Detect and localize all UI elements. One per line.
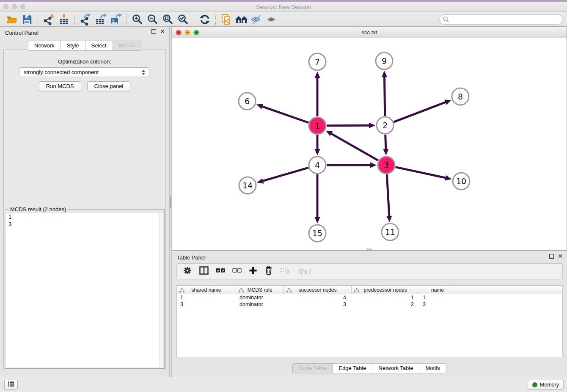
graph-edge-2-9[interactable] xyxy=(384,76,385,116)
delete-columns-button[interactable] xyxy=(264,266,273,277)
mcds-result-item: 3 xyxy=(6,221,163,228)
table-cell: 2 xyxy=(352,301,419,308)
show-columns-button[interactable] xyxy=(199,266,209,276)
graph-edge-2-8[interactable] xyxy=(394,102,447,122)
apply-layout-button[interactable] xyxy=(197,13,212,26)
table-tab-network-table[interactable]: Network Table xyxy=(372,363,419,373)
close-panel-icon[interactable]: ✕ xyxy=(160,29,165,34)
memory-button[interactable]: Memory xyxy=(528,380,564,390)
close-table-panel-icon[interactable]: ✕ xyxy=(558,254,563,259)
graph-node-7[interactable]: 7 xyxy=(309,53,326,70)
create-column-button[interactable] xyxy=(249,266,257,276)
export-network-button[interactable] xyxy=(78,13,93,26)
table-cell: 3 xyxy=(284,301,352,308)
hide-graphics-button[interactable] xyxy=(249,13,264,26)
table-tab-motifs[interactable]: Motifs xyxy=(419,363,446,373)
graph-node-9[interactable]: 9 xyxy=(376,52,393,69)
run-mcds-button[interactable]: Run MCDS xyxy=(39,81,81,91)
zoom-fit-button[interactable] xyxy=(160,13,176,26)
float-table-panel-icon[interactable] xyxy=(549,254,554,259)
graph-node-4[interactable]: 4 xyxy=(309,157,326,174)
tab-style[interactable]: Style xyxy=(61,41,85,51)
graph-node-2[interactable]: 2 xyxy=(377,117,394,134)
network-overview-button[interactable] xyxy=(234,13,249,26)
column-header-predecessor-nodes[interactable]: predecessor nodes xyxy=(352,286,419,294)
mcds-result-title: MCDS result (2 nodes) xyxy=(8,206,68,213)
graph-node-3[interactable]: 3 xyxy=(378,157,395,174)
graph-node-6[interactable]: 6 xyxy=(239,93,256,110)
zoom-out-button[interactable] xyxy=(145,13,160,26)
optimization-criterion-dropdown[interactable]: strongly connected component xyxy=(19,67,149,77)
show-graphics-button[interactable] xyxy=(264,13,280,26)
graph-edge-3-11[interactable] xyxy=(387,174,389,217)
float-panel-icon[interactable] xyxy=(151,29,156,34)
graph-edge-1-6[interactable] xyxy=(261,106,308,123)
table-tab-edge-table[interactable]: Edge Table xyxy=(332,363,372,373)
graph-arrowhead xyxy=(383,149,388,155)
main-toolbar xyxy=(0,12,567,27)
task-history-button[interactable] xyxy=(4,380,18,390)
graph-node-8[interactable]: 8 xyxy=(452,88,469,105)
column-label: successor nodes xyxy=(298,287,336,293)
column-header-shared-name[interactable]: shared name xyxy=(177,286,236,294)
column-label: predecessor nodes xyxy=(363,287,407,293)
select-all-columns-button[interactable] xyxy=(216,268,225,275)
table-settings-button[interactable] xyxy=(183,266,192,277)
graph-node-1[interactable]: 1 xyxy=(309,117,326,134)
result-scrollbar[interactable] xyxy=(159,213,163,367)
zoom-selected-button[interactable] xyxy=(176,13,191,26)
houses-icon xyxy=(235,13,248,26)
clone-network-button[interactable] xyxy=(219,13,234,26)
graph-node-11[interactable]: 11 xyxy=(382,224,399,240)
export-image-button[interactable] xyxy=(108,13,124,26)
column-header-name[interactable]: name xyxy=(419,286,456,294)
network-window-title: scc.txt xyxy=(172,29,567,36)
graph-edge-2-3[interactable] xyxy=(385,135,386,150)
tab-select[interactable]: Select xyxy=(85,41,113,51)
export-table-button[interactable] xyxy=(93,13,108,26)
trash-icon xyxy=(264,266,273,277)
network-canvas[interactable]: 1234678910111415 xyxy=(172,38,567,250)
column-type-icon xyxy=(239,288,244,294)
graph-node-label: 14 xyxy=(242,181,253,190)
save-session-button[interactable] xyxy=(19,13,35,26)
graph-node-14[interactable]: 14 xyxy=(239,177,256,194)
search-input[interactable] xyxy=(439,14,563,25)
column-label: name xyxy=(431,287,444,293)
graph-edge-1-2[interactable] xyxy=(327,125,370,126)
graph-node-15[interactable]: 15 xyxy=(309,225,326,242)
graph-arrowhead xyxy=(315,72,320,78)
unselect-all-columns-button[interactable] xyxy=(232,268,242,275)
window-resize-grip[interactable] xyxy=(366,248,372,250)
graph-edge-4-14[interactable] xyxy=(262,168,308,181)
graph-node-label: 15 xyxy=(312,229,322,238)
network-graph[interactable]: 1234678910111415 xyxy=(172,38,567,250)
import-network-icon xyxy=(42,13,55,26)
close-panel-button[interactable]: Close panel xyxy=(87,81,131,91)
plus-icon xyxy=(249,266,257,276)
table-row[interactable]: 3dominator323 xyxy=(177,301,562,308)
function-builder-button-disabled: f(x) xyxy=(297,267,311,276)
zoom-in-button[interactable] xyxy=(130,13,145,26)
tab-mcds[interactable]: MCDS xyxy=(113,41,141,51)
zoom-selected-icon xyxy=(177,13,190,26)
column-header-mcds-role[interactable]: MCDS role xyxy=(236,286,284,294)
tab-network[interactable]: Network xyxy=(28,41,61,51)
eye-icon xyxy=(266,13,278,26)
graph-edge-3-10[interactable] xyxy=(396,167,447,178)
save-icon xyxy=(21,14,33,25)
column-header-successor-nodes[interactable]: successor nodes xyxy=(284,286,352,294)
zoom-in-icon xyxy=(131,13,144,26)
open-folder-icon xyxy=(6,13,18,26)
open-file-button[interactable] xyxy=(4,13,19,26)
graph-node-10[interactable]: 10 xyxy=(453,173,470,190)
table-panel: Table Panel ✕ f(x) shared xyxy=(172,251,567,377)
import-network-button[interactable] xyxy=(41,13,56,26)
node-table: shared nameMCDS rolesuccessor nodesprede… xyxy=(176,285,563,357)
table-row[interactable]: 1dominator411 xyxy=(177,294,562,301)
mcds-result-item: 1 xyxy=(6,213,163,221)
import-table-button[interactable] xyxy=(56,13,72,26)
graph-edge-3-1[interactable] xyxy=(330,133,378,160)
graph-arrowhead xyxy=(445,175,451,181)
table-tab-node-table[interactable]: Node Table xyxy=(292,363,333,373)
